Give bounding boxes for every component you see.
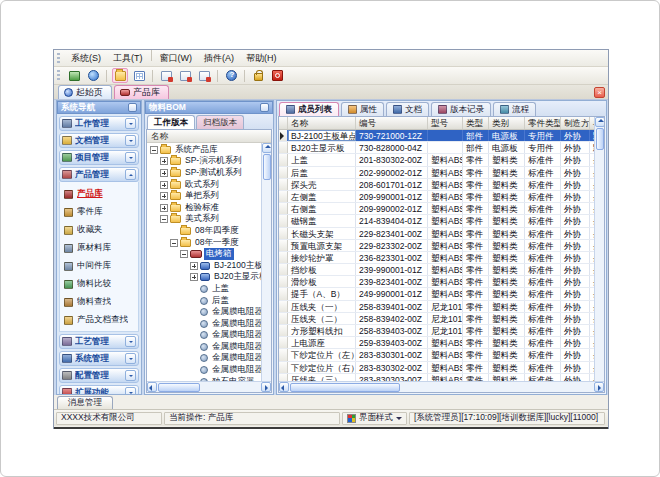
tree-node[interactable]: 美式系列 [147,214,261,226]
chevron-up-icon[interactable] [125,169,136,180]
table-row[interactable]: 方形塑料线扣258-839403-00Z尼龙1010零件塑料类标准件外协条 [279,325,594,337]
scroll-up-icon[interactable] [262,143,272,153]
expand-plus-icon[interactable] [160,169,168,177]
toolbar-button-doc-delete-icon[interactable] [196,68,212,83]
toolbar-button-lock-icon[interactable] [250,68,266,83]
toolbar-grip[interactable] [57,53,60,64]
grid-header-名称[interactable]: 名称 [288,117,356,129]
table-row[interactable]: 下纱定位片（左）283-830301-00Z塑料ABS零件塑料类标准件外协条 [279,349,594,361]
sidebar-item-物料查找[interactable]: 物料查找 [64,293,138,311]
grid-header-零件类型[interactable]: 零件类型 [525,117,561,129]
tree-node[interactable]: 金属膜电阻器 [147,306,261,318]
grid-header-制造方式[interactable]: 制造方式 [561,117,590,129]
sidebar-section-header[interactable]: 文档管理 [59,133,139,148]
chevron-down-icon[interactable] [125,135,136,146]
sidebar-item-中间件库[interactable]: 中间件库 [64,257,138,275]
close-tab-button[interactable]: × [594,87,605,98]
table-row[interactable]: 提手（A、B）249-990001-01Z塑料ABS零件塑料类标准件外协条 [279,288,594,300]
table-row[interactable]: 探头壳208-601701-01Z塑料ABS零件塑料类标准件外协条 [279,179,594,191]
sidebar-item-原材料库[interactable]: 原材料库 [64,239,138,257]
sidebar-section-header[interactable]: 扩展功能 [59,385,139,394]
menu-item[interactable]: 窗口(W) [154,50,199,67]
toolbar-button-globe-icon[interactable] [85,68,101,83]
table-row[interactable]: 接纱轮护罩236-823301-00Z塑料ABS零件塑料类标准件外协条 [279,252,594,264]
table-row[interactable]: 长磁头支架229-823401-00Z塑料ABS零件塑料类标准件外协条 [279,228,594,240]
tree-node[interactable]: 系统产品库 [147,144,261,156]
sidebar-section-header[interactable]: 系统管理 [59,351,139,366]
tree-node[interactable]: 单把系列 [147,190,261,202]
expand-plus-icon[interactable] [160,204,168,212]
expand-plus-icon[interactable] [160,157,168,165]
detail-tab-成员列表[interactable]: 成员列表 [279,102,339,116]
bom-tab-工作版本[interactable]: 工作版本 [147,115,195,129]
expand-plus-icon[interactable] [190,262,198,270]
sidebar-section-header[interactable]: 工作管理 [59,116,139,131]
chevron-down-icon[interactable] [125,118,136,129]
chevron-down-icon[interactable] [125,336,136,347]
collapse-minus-icon[interactable] [180,250,188,258]
toolbar-button-doc-new-icon[interactable] [158,68,174,83]
scrollbar-thumb[interactable] [263,154,271,180]
expand-plus-icon[interactable] [160,181,168,189]
toolbar-button-doc-edit-icon[interactable] [177,68,193,83]
scrollbar-thumb[interactable] [158,383,200,392]
tree-horizontal-scrollbar[interactable] [147,381,271,392]
chevron-down-icon[interactable] [125,353,136,364]
bom-tab-归档版本[interactable]: 归档版本 [196,115,244,129]
sidebar-section-header[interactable]: 工艺管理 [59,334,139,349]
tree-node[interactable]: 上盖 [147,283,261,295]
detail-tab-版本记录[interactable]: 版本记录 [431,102,491,116]
tree-node[interactable]: BJ20主显示板 [147,272,261,284]
scrollbar-thumb[interactable] [596,128,604,150]
scrollbar-thumb[interactable] [290,383,400,392]
collapse-minus-icon[interactable] [170,239,178,247]
table-row[interactable]: BJ-2100主板单点730-721000-12Z部件电源板专用件外协颗 [279,130,594,142]
toolbar-button-folder-icon[interactable] [112,68,128,83]
sidebar-item-产品库[interactable]: 产品库 [64,185,138,203]
table-row[interactable]: 滑纱板239-823401-00Z塑料ABS零件塑料类标准件外协条 [279,276,594,288]
tree-node[interactable]: 金属膜电阻器 [147,341,261,353]
grid-vertical-scrollbar[interactable] [594,117,604,381]
menu-item[interactable]: 工具(T) [107,50,149,67]
toolbar-grip[interactable] [57,70,60,81]
grid-header-型号[interactable]: 型号 [428,117,463,129]
grid-header-类型[interactable]: 类型 [463,117,489,129]
table-row[interactable]: 左侧盖209-990001-01Z塑料ABS零件塑料类标准件外协条 [279,191,594,203]
tree-node[interactable]: SP-测试机系列 [147,167,261,179]
tree-node[interactable]: 独石电容器 [147,376,261,381]
ui-style-button[interactable]: 界面样式 [342,412,407,425]
sidebar-item-零件库[interactable]: 零件库 [64,203,138,221]
tree-node[interactable]: BJ-2100主板单点 [147,260,261,272]
bom-options-button[interactable] [260,103,269,112]
table-row[interactable]: 压线夹（三）283-830303-00Z塑料ABS零件塑料类标准件外协条 [279,374,594,381]
scroll-right-icon[interactable] [594,382,604,392]
tree-node[interactable]: 金属膜电阻器 [147,330,261,342]
tree-vertical-scrollbar[interactable] [261,143,271,381]
detail-tab-属性[interactable]: 属性 [341,102,384,116]
message-manager-tab[interactable]: 消息管理 [57,396,113,409]
sidebar-item-物料比较[interactable]: 物料比较 [64,275,138,293]
toolbar-button-help-icon[interactable] [223,68,239,83]
tree-node[interactable]: 金属膜电阻器 [147,353,261,365]
scroll-up-icon[interactable] [595,117,605,127]
grid-header-编号[interactable]: 编号 [356,117,428,129]
chevron-down-icon[interactable] [125,370,136,381]
sidebar-item-产品文档查找[interactable]: 产品文档查找 [64,311,138,329]
table-row[interactable]: 下纱定位片（右）283-830302-00Z塑料ABS零件塑料类标准件外协条 [279,362,594,374]
detail-tab-文档[interactable]: 文档 [386,102,429,116]
scroll-right-icon[interactable] [261,382,271,392]
table-row[interactable]: 预置电源支架229-823302-00Z塑料ABS零件塑料类标准件外协条 [279,240,594,252]
sidebar-section-header[interactable]: 项目管理 [59,150,139,165]
sidebar-section-header[interactable]: 产品管理 [59,167,139,182]
expand-plus-icon[interactable] [160,192,168,200]
chevron-down-icon[interactable] [125,152,136,163]
sidebar-section-header[interactable]: 配置管理 [59,368,139,383]
tree-node[interactable]: 电烤箱 [147,248,261,260]
table-row[interactable]: 压线夹（一）258-839401-00Z尼龙1010零件塑料类标准件外协条 [279,301,594,313]
tree-node[interactable]: SP-演示机系列 [147,156,261,168]
menu-item[interactable]: 系统(S) [65,50,107,67]
scroll-left-icon[interactable] [147,382,157,392]
tree-node[interactable]: 后盖 [147,295,261,307]
detail-tab-流程[interactable]: 流程 [493,102,536,116]
table-row[interactable]: BJ20主显示板730-828000-04Z部件电源板专用件外协颗 [279,142,594,154]
